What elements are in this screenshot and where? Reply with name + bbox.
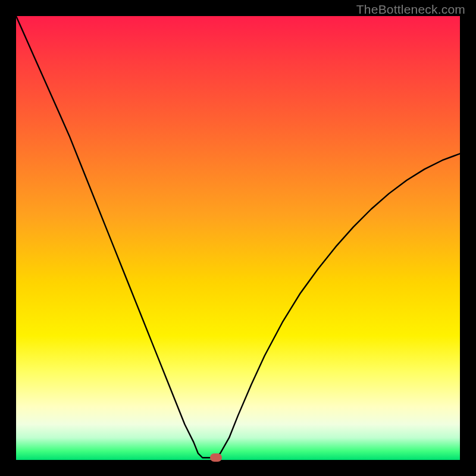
bottleneck-curve — [16, 16, 460, 460]
watermark-text: TheBottleneck.com — [356, 2, 465, 17]
chart-frame: TheBottleneck.com — [0, 0, 476, 476]
chart-plot-area — [16, 16, 460, 460]
optimal-point-marker — [210, 453, 222, 462]
